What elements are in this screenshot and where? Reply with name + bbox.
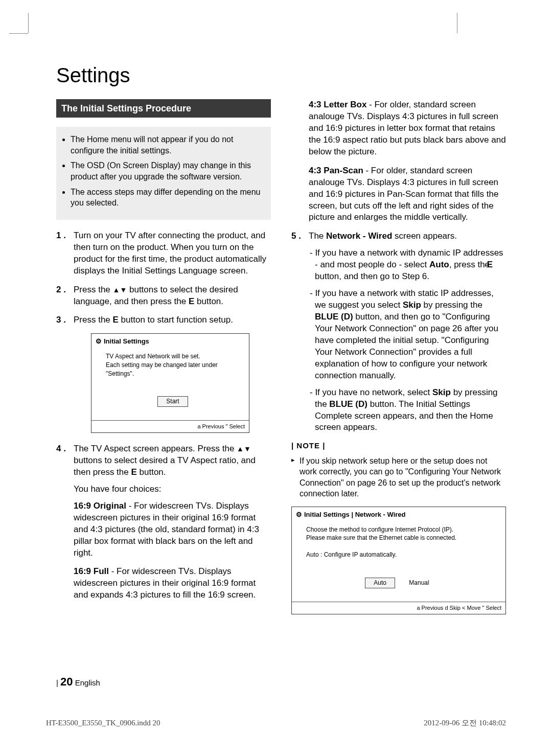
page-footer: | 20 English	[56, 674, 100, 690]
text: button.	[137, 467, 166, 477]
crop-mark	[28, 13, 29, 33]
aspect-name: 16:9 Full	[74, 566, 109, 576]
aspect-name: 4:3 Pan-Scan	[309, 166, 363, 175]
step-2: Press the ▲▼ buttons to select the desir…	[56, 284, 271, 308]
text: button to start function setup.	[119, 315, 233, 325]
intro-notes: The Home menu will not appear if you do …	[56, 127, 271, 220]
aspect-4-3-panscan: 4:3 Pan-Scan - For older, standard scree…	[309, 165, 506, 224]
text: Press the	[74, 315, 113, 325]
indd-file: HT-E3500_E3550_TK_0906.indd 20	[46, 718, 160, 728]
step-1: Turn on your TV after connecting the pro…	[56, 230, 271, 277]
crop-mark	[457, 13, 457, 33]
aspect-name: 16:9 Original	[74, 501, 126, 511]
osd-title: ⚙Initial Settings | Network - Wired	[292, 507, 505, 522]
section-heading: The Initial Settings Procedure	[56, 99, 271, 118]
osd-start-button[interactable]: Start	[157, 396, 188, 407]
text: The	[309, 231, 326, 241]
enter-button-icon: E	[492, 259, 493, 271]
osd-network-wired: ⚙Initial Settings | Network - Wired Choo…	[291, 507, 506, 614]
osd-line: Please make sure that the Ethernet cable…	[306, 534, 496, 542]
step-3: Press the E button to start function set…	[56, 314, 271, 433]
bold-text: Skip	[432, 387, 451, 397]
crop-mark	[9, 33, 28, 34]
dash-item: - If you have a network with dynamic IP …	[309, 247, 506, 283]
text: by pressing the	[421, 300, 482, 310]
aspect-16-9-original: 16:9 Original - For widescreen TVs. Disp…	[74, 500, 271, 559]
osd-footer: a Previous " Select	[91, 420, 249, 432]
intro-note-item: The Home menu will not appear if you do …	[71, 134, 264, 156]
dash-item: - If you have no network, select Skip by…	[309, 387, 506, 434]
text: Press the	[74, 285, 113, 294]
text: The TV Aspect screen appears. Press the	[74, 444, 237, 453]
indd-time: 2012-09-06 오전 10:48:02	[424, 718, 506, 728]
osd-line: Auto : Configure IP automatically.	[306, 551, 496, 559]
osd-line: TV Aspect and Network will be set.	[106, 352, 240, 361]
text: button, and then go to "Configuring Your…	[315, 312, 498, 380]
osd-auto-button[interactable]: Auto	[365, 578, 395, 588]
text: screen appears.	[392, 231, 457, 241]
aspect-16-9-full: 16:9 Full - For widescreen TVs. Displays…	[74, 566, 271, 601]
aspect-name: 4:3 Letter Box	[309, 100, 366, 109]
up-down-icon: ▲▼	[237, 445, 251, 453]
page-title: Settings	[56, 61, 506, 89]
right-column: 4:3 Letter Box - For older, standard scr…	[291, 99, 506, 625]
gear-icon: ⚙	[296, 510, 302, 519]
text: Select	[229, 423, 245, 429]
enter-button-icon: E	[131, 467, 136, 478]
indd-metadata: HT-E3500_E3550_TK_0906.indd 20 2012-09-0…	[46, 718, 506, 728]
osd-manual-button[interactable]: Manual	[401, 578, 437, 588]
osd-initial-settings: ⚙Initial Settings TV Aspect and Network …	[91, 333, 249, 433]
text: If you have no network, select	[315, 387, 432, 397]
bold-text: BLUE (D)	[315, 312, 353, 322]
text: button.	[194, 296, 223, 306]
dash-item: - If you have a network with static IP a…	[309, 288, 506, 382]
choices-intro: You have four choices:	[74, 484, 271, 495]
osd-title: ⚙Initial Settings	[91, 334, 249, 349]
bold-text: Skip	[403, 300, 421, 310]
intro-note-item: The OSD (On Screen Display) may change i…	[71, 160, 264, 182]
text: Initial Settings	[104, 337, 149, 345]
step-5: The Network - Wired screen appears. - If…	[291, 231, 506, 433]
bold-text: Auto	[429, 260, 449, 269]
note-heading: | NOTE |	[291, 441, 506, 451]
aspect-4-3-letterbox: 4:3 Letter Box - For older, standard scr…	[309, 99, 506, 158]
gear-icon: ⚙	[96, 337, 102, 346]
enter-button-icon: E	[189, 296, 194, 308]
bold-text: BLUE (D)	[329, 399, 367, 409]
text: Initial Settings | Network - Wired	[304, 511, 406, 518]
osd-line: Choose the method to configure Internet …	[306, 525, 496, 534]
step-4: The TV Aspect screen appears. Press the …	[56, 443, 271, 601]
osd-line: Each setting may be changed later under …	[106, 361, 240, 378]
bold-text: Network - Wired	[326, 231, 392, 241]
enter-button-icon: E	[113, 314, 119, 326]
page-number: 20	[60, 675, 73, 688]
note-item: If you skip network setup here or the se…	[291, 455, 506, 499]
left-column: The Initial Settings Procedure The Home …	[56, 99, 271, 625]
text: Previous	[201, 423, 226, 429]
up-down-icon: ▲▼	[113, 286, 127, 294]
text: button, and then go to Step 6.	[315, 271, 429, 281]
text: , press the	[449, 260, 492, 269]
page-lang: English	[75, 678, 100, 687]
intro-note-item: The access steps may differ depending on…	[71, 187, 264, 209]
osd-footer: a Previous d Skip < Move " Select	[292, 602, 505, 614]
